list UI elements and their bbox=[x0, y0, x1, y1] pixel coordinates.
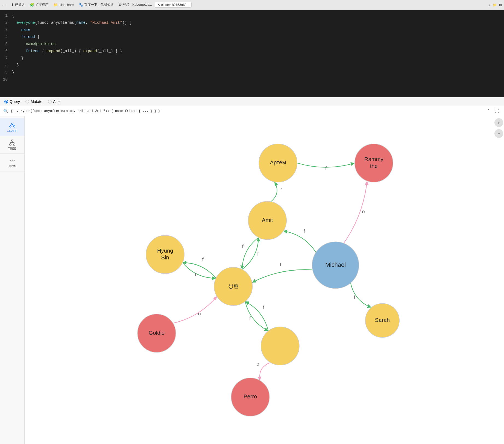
node-sarah[interactable]: Sarah bbox=[365, 303, 400, 338]
sidebar-label-graph: GRAPH bbox=[7, 129, 17, 132]
query-type-mutate[interactable]: Mutate bbox=[25, 99, 42, 104]
edge-label-michael-rammy: o bbox=[362, 209, 365, 214]
code-line-2: 2 everyone(func: anyofterms(name, "Micha… bbox=[0, 19, 504, 26]
browser-tabs: ‹ › ⬇已导入🧩扩展程序📁slideshare🐾百度一下，你就知道⚙登录 - … bbox=[0, 0, 504, 10]
forward-icon[interactable]: › bbox=[5, 3, 7, 7]
search-bar: 🔍 { everyone(func: anyofterms(name, "Mic… bbox=[0, 106, 504, 116]
svg-text:Hyung: Hyung bbox=[157, 248, 173, 254]
edge-label-artem-rammy: f bbox=[325, 165, 327, 171]
sidebar-item-tree[interactable]: TREE bbox=[0, 136, 24, 154]
browser-tab-slideshare[interactable]: 📁slideshare bbox=[51, 2, 76, 7]
code-line-3: 3 name bbox=[0, 26, 504, 33]
code-line-10: 10 bbox=[0, 76, 504, 83]
svg-text:상현: 상현 bbox=[228, 283, 239, 289]
collapse-button[interactable]: ⌃ bbox=[485, 108, 492, 114]
code-line-1: 1{ bbox=[0, 12, 504, 19]
expand-fullscreen-button[interactable]: ⛶ bbox=[493, 108, 501, 114]
node-rammy[interactable]: Rammythe bbox=[355, 144, 393, 182]
node-artem[interactable]: Артём bbox=[259, 144, 297, 182]
svg-text:Sarah: Sarah bbox=[375, 317, 390, 323]
code-line-7: 7 } bbox=[0, 55, 504, 62]
code-line-9: 9} bbox=[0, 69, 504, 76]
svg-rect-5 bbox=[11, 140, 13, 141]
query-type-alter[interactable]: Alter bbox=[48, 99, 61, 104]
svg-line-3 bbox=[10, 125, 12, 126]
new-tab-icon[interactable]: ⊞ bbox=[499, 3, 502, 7]
sidebar-label-tree: TREE bbox=[8, 147, 16, 150]
graph-area: fffofffffffoofMichaelAmitАртёмRammytheHy… bbox=[25, 116, 493, 444]
edge-label-michael-sanghyun: f bbox=[280, 262, 282, 267]
svg-text:Rammy: Rammy bbox=[364, 156, 384, 162]
code-line-6: 6 friend { expand(_all_) { expand(_all_)… bbox=[0, 48, 504, 55]
edge-label-unnamed-perro: o bbox=[256, 361, 259, 367]
edge-label-goldie-sanghyun: o bbox=[198, 311, 201, 316]
svg-text:Sin: Sin bbox=[161, 254, 169, 261]
node-goldie[interactable]: Goldie bbox=[137, 314, 176, 352]
zoom-in-button[interactable]: + bbox=[494, 118, 503, 127]
edge-label-amit-artem: f bbox=[280, 187, 282, 193]
edge-amit-artem bbox=[271, 182, 277, 202]
edge-label-sanghyun-amit: f bbox=[257, 251, 259, 257]
code-line-5: 5 name@ru:ko:en bbox=[0, 40, 504, 48]
browser-tab-extensions[interactable]: 🧩扩展程序 bbox=[28, 2, 51, 8]
json-icon: </> bbox=[9, 157, 16, 164]
svg-point-2 bbox=[13, 126, 15, 127]
edge-michael-sanghyun bbox=[252, 270, 312, 283]
tree-icon bbox=[9, 139, 16, 146]
svg-text:Michael: Michael bbox=[325, 261, 346, 268]
code-editor[interactable]: 1{2 everyone(func: anyofterms(name, "Mic… bbox=[0, 10, 504, 97]
browser-tab-cluster[interactable]: ✕cluster-82153a6f ... bbox=[155, 2, 192, 8]
svg-rect-7 bbox=[13, 144, 15, 145]
svg-line-4 bbox=[12, 125, 14, 126]
more-tabs-icon[interactable]: » bbox=[489, 3, 491, 7]
edge-label-unnamed-sanghyun: f bbox=[263, 304, 264, 310]
edge-amit-sanghyun bbox=[242, 238, 259, 270]
browser-tab-kubernetes[interactable]: ⚙登录 - Kubernetes... bbox=[116, 2, 154, 8]
edge-unnamed-perro bbox=[260, 363, 271, 381]
svg-text:Amit: Amit bbox=[262, 217, 273, 223]
svg-point-33 bbox=[261, 327, 299, 365]
node-unnamed[interactable] bbox=[261, 327, 299, 365]
graph-icon bbox=[9, 122, 16, 128]
zoom-out-button[interactable]: − bbox=[494, 129, 503, 138]
node-perro[interactable]: Perro bbox=[231, 378, 269, 416]
query-type-query[interactable]: Query bbox=[4, 99, 20, 104]
sidebar-item-graph[interactable]: GRAPH bbox=[0, 118, 24, 136]
code-line-4: 4 friend { bbox=[0, 33, 504, 40]
view-sidebar: GRAPH TREE </> JSON bbox=[0, 116, 25, 444]
node-amit[interactable]: Amit bbox=[248, 201, 286, 239]
sidebar-item-json[interactable]: </> JSON bbox=[0, 154, 24, 171]
bookmarks-icon[interactable]: 📁 bbox=[493, 3, 497, 7]
node-hyungsin[interactable]: HyungSin bbox=[146, 235, 184, 274]
svg-text:Perro: Perro bbox=[244, 393, 257, 399]
edge-michael-amit bbox=[283, 231, 316, 252]
edge-label-michael-sarah: f bbox=[354, 294, 355, 300]
sidebar-label-json: JSON bbox=[8, 165, 16, 168]
edge-goldie-sanghyun bbox=[173, 296, 217, 323]
edge-label-sanghyun-hyungsin: f bbox=[202, 256, 204, 262]
edge-label-michael-amit: f bbox=[304, 228, 305, 234]
back-icon[interactable]: ‹ bbox=[2, 3, 3, 7]
search-text: { everyone(func: anyofterms(name, "Micha… bbox=[11, 109, 483, 113]
svg-text:Goldie: Goldie bbox=[149, 330, 165, 336]
search-icon: 🔍 bbox=[3, 109, 8, 114]
edge-sanghyun-hyungsin bbox=[183, 263, 216, 278]
browser-tab-baidu[interactable]: 🐾百度一下，你就知道 bbox=[77, 2, 116, 8]
edge-hyungsin-sanghyun bbox=[183, 263, 216, 278]
node-sanghyun[interactable]: 상현 bbox=[214, 267, 252, 306]
svg-point-1 bbox=[10, 126, 11, 127]
edge-label-amit-sanghyun: f bbox=[242, 243, 244, 249]
code-line-8: 8 } bbox=[0, 62, 504, 69]
svg-rect-6 bbox=[10, 144, 11, 145]
svg-text:Артём: Артём bbox=[270, 159, 286, 165]
edge-sanghyun-amit bbox=[242, 238, 259, 270]
browser-tab-imported[interactable]: ⬇已导入 bbox=[9, 2, 27, 8]
query-type-bar: QueryMutateAlter bbox=[0, 97, 504, 106]
svg-text:</>: </> bbox=[10, 159, 15, 162]
edge-unnamed-sanghyun bbox=[245, 301, 268, 331]
right-panel: +− bbox=[493, 116, 504, 444]
edge-sanghyun-unnamed bbox=[245, 301, 268, 331]
svg-point-0 bbox=[11, 123, 13, 125]
edge-label-sanghyun-unnamed: f bbox=[249, 315, 251, 321]
node-michael[interactable]: Michael bbox=[312, 242, 359, 288]
